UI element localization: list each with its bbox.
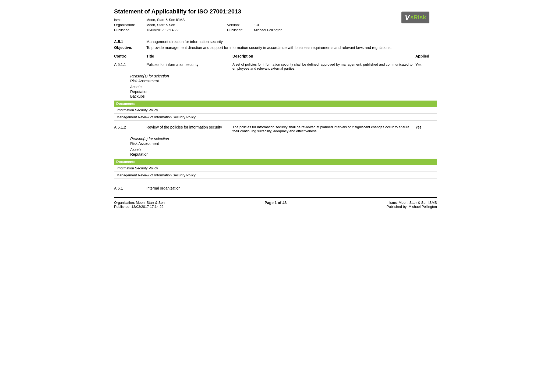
footer-isms-value: Moon, Starr & Son ISMS	[399, 201, 437, 205]
col-control: Control	[114, 54, 146, 58]
control-a511-row: A.5.1.1 Policies for information securit…	[114, 61, 437, 72]
version-value: 1.0	[254, 23, 335, 27]
control-a512-asset-0: Reputation	[114, 152, 437, 156]
isms-label: Isms:	[114, 18, 146, 22]
objective-label: Objective:	[114, 45, 146, 50]
control-a511-number: A.5.1.1	[114, 62, 146, 67]
control-a512-doc-1: Management Review of Information Securit…	[114, 172, 437, 179]
table-header: Control Title Description Applied	[114, 52, 437, 60]
control-a511-reasons-label: Reason(s) for selection	[114, 74, 437, 78]
control-a511-desc: A set of policies for information securi…	[232, 62, 415, 70]
control-a512-applied: Yes	[415, 125, 437, 129]
footer-published-by-label: Published by:	[387, 205, 409, 209]
footer-right: Isms: Moon, Starr & Son ISMS Published b…	[387, 201, 437, 209]
publisher-value: Michael Pollington	[254, 28, 335, 32]
control-a511-reason-0: Risk Assessment	[114, 79, 437, 83]
control-a512-reasons-label: Reason(s) for selection	[114, 137, 437, 141]
header-section: Statement of Applicability for ISO 27001…	[114, 8, 437, 35]
control-a512-reason-0: Risk Assessment	[114, 141, 437, 146]
page-text: Page 1 of 43	[265, 201, 287, 205]
col-applied: Applied	[415, 54, 437, 58]
objective-row: Objective: To provide management directi…	[114, 45, 437, 50]
section-a61-title: Internal organization	[146, 186, 232, 190]
main-title: Statement of Applicability for ISO 27001…	[114, 8, 437, 15]
control-a512-documents-label: Documents	[114, 159, 437, 165]
logo-box: V sRisk	[394, 8, 437, 27]
section-a51-title: Management direction for information sec…	[146, 40, 223, 44]
control-a512-title: Review of the policies for information s…	[146, 125, 232, 129]
page: Statement of Applicability for ISO 27001…	[103, 0, 448, 214]
control-a511-applied: Yes	[415, 62, 437, 67]
footer-isms-label: Isms:	[389, 201, 399, 205]
objective-text: To provide management direction and supp…	[146, 45, 437, 50]
control-a512-row: A.5.1.2 Review of the policies for infor…	[114, 123, 437, 135]
org-label: Organisation:	[114, 23, 146, 27]
control-a511-asset-0: Reputation	[114, 90, 437, 94]
version-label: Version:	[227, 23, 254, 27]
footer-org-label: Organisation:	[114, 201, 136, 205]
footer: Organisation: Moon, Starr & Son Publishe…	[114, 197, 437, 209]
footer-published-value: 13/03/2017 17:14:22	[131, 205, 163, 209]
publisher-label: Publisher:	[227, 28, 254, 32]
col-description: Description	[232, 54, 415, 58]
footer-published-by: Published by: Michael Pollington	[387, 205, 437, 209]
control-a511-doc-0: Information Security Policy	[114, 107, 437, 114]
col-title: Title	[146, 54, 232, 58]
footer-isms: Isms: Moon, Starr & Son ISMS	[387, 201, 437, 205]
control-a512-assets-label: Assets	[114, 147, 437, 152]
control-a511-doc-1: Management Review of Information Securit…	[114, 114, 437, 121]
section-a61: A.6.1 Internal organization	[114, 183, 437, 192]
control-a511-title: Policies for information security	[146, 62, 232, 67]
logo-v: V	[405, 13, 410, 22]
section-a51-number: A.5.1	[114, 40, 146, 44]
footer-published-by-value: Michael Pollington	[408, 205, 437, 209]
footer-published-label: Published:	[114, 205, 131, 209]
control-a512-desc: The policies for information security sh…	[232, 125, 415, 133]
footer-published: Published: 13/03/2017 17:14:22	[114, 205, 165, 209]
org-value: Moon, Starr & Son	[146, 23, 227, 27]
isms-value: Moon, Starr & Son ISMS	[146, 18, 227, 22]
published-label: Published:	[114, 28, 146, 32]
control-a511-assets-label: Assets	[114, 85, 437, 89]
section-a61-number: A.6.1	[114, 186, 146, 190]
footer-left: Organisation: Moon, Starr & Son Publishe…	[114, 201, 165, 209]
footer-center: Page 1 of 43	[165, 201, 387, 205]
section-a51-header: A.5.1 Management direction for informati…	[114, 40, 437, 44]
control-a512: A.5.1.2 Review of the policies for infor…	[114, 123, 437, 179]
logo: V sRisk	[401, 12, 429, 23]
control-a511-documents-label: Documents	[114, 101, 437, 107]
control-a511: A.5.1.1 Policies for information securit…	[114, 61, 437, 121]
footer-org-value: Moon, Starr & Son	[136, 201, 165, 205]
control-a511-asset-1: Backups	[114, 94, 437, 98]
control-a512-number: A.5.1.2	[114, 125, 146, 129]
logo-srisk: sRisk	[410, 14, 426, 21]
footer-org: Organisation: Moon, Starr & Son	[114, 201, 165, 205]
control-a512-doc-0: Information Security Policy	[114, 165, 437, 172]
published-value: 13/03/2017 17:14:22	[146, 28, 227, 32]
header-grid: Isms: Moon, Starr & Son ISMS Organisatio…	[114, 18, 437, 32]
